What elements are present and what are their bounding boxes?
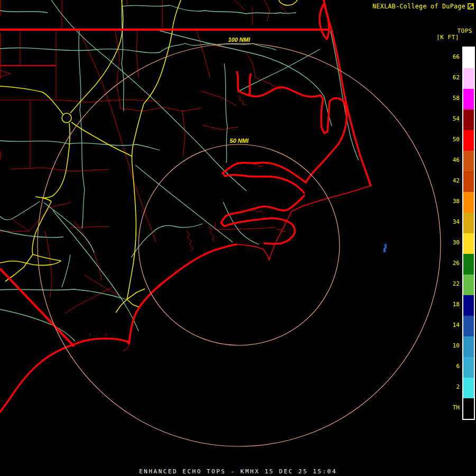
radar-echo bbox=[385, 244, 387, 249]
legend-title: TOPS bbox=[457, 28, 473, 34]
legend-units: [K FT] bbox=[436, 34, 459, 41]
radar-display: NEXLAB-College of DuPage TOPS [K FT] 666… bbox=[0, 0, 476, 476]
range-ring-label-50nmi: 50 NMI bbox=[230, 138, 248, 144]
color-scale-swatch bbox=[463, 398, 474, 419]
color-scale-tick-label: 62 bbox=[447, 67, 460, 88]
range-ring-label-100nmi: 100 NMI bbox=[228, 36, 250, 43]
color-scale-swatch bbox=[463, 233, 474, 254]
color-scale-swatch bbox=[463, 68, 474, 89]
color-scale-swatch bbox=[463, 357, 474, 378]
interstate-roads-layer bbox=[0, 0, 297, 313]
color-scale-swatch bbox=[463, 130, 474, 151]
echo-tops-color-scale: 66625854504642383430262218141062TH bbox=[447, 47, 475, 420]
color-scale-tick-label: 30 bbox=[447, 232, 460, 253]
color-scale-tick-label: 38 bbox=[447, 191, 460, 212]
color-scale-swatch bbox=[463, 171, 474, 192]
color-scale-swatch bbox=[463, 254, 474, 274]
color-scale-swatch bbox=[463, 89, 474, 109]
color-scale-tick-label: 34 bbox=[447, 212, 460, 232]
primary-roads-layer bbox=[0, 0, 359, 341]
color-scale-swatch bbox=[463, 109, 474, 130]
color-scale-tick-label: 54 bbox=[447, 108, 460, 129]
color-scale-tick-label: 46 bbox=[447, 150, 460, 170]
college-of-dupage-logo-icon bbox=[468, 3, 474, 10]
radar-echo bbox=[383, 248, 386, 252]
color-scale-swatch bbox=[463, 192, 474, 213]
color-scale-swatch bbox=[463, 151, 474, 171]
color-scale-tick-label: 66 bbox=[447, 47, 460, 67]
color-scale-swatch bbox=[463, 316, 474, 336]
color-scale-tick-label: 2 bbox=[447, 377, 460, 397]
color-scale-swatch bbox=[463, 274, 474, 295]
color-scale-bar bbox=[462, 47, 475, 420]
color-scale-tick-label: 14 bbox=[447, 315, 460, 335]
color-scale-tick-label: 22 bbox=[447, 273, 460, 294]
color-scale-tick-label: 18 bbox=[447, 294, 460, 315]
brand-text: NEXLAB-College of DuPage bbox=[372, 3, 465, 10]
color-scale-swatch bbox=[463, 336, 474, 357]
color-scale-tick-label: 42 bbox=[447, 170, 460, 191]
color-scale-tick-label: 10 bbox=[447, 335, 460, 356]
color-scale-tick-label: 6 bbox=[447, 356, 460, 377]
color-scale-tick-label: TH bbox=[447, 397, 460, 418]
color-scale-swatch bbox=[463, 48, 474, 68]
color-scale-swatch bbox=[463, 213, 474, 233]
brand: NEXLAB-College of DuPage bbox=[372, 3, 474, 10]
radar-map-canvas bbox=[0, 0, 476, 476]
color-scale-tick-label: 26 bbox=[447, 253, 460, 273]
state-border-layer bbox=[0, 30, 329, 346]
radar-echo-layer bbox=[383, 244, 387, 252]
color-scale-swatch bbox=[463, 295, 474, 316]
color-scale-tick-label: 58 bbox=[447, 88, 460, 108]
product-status-text: ENHANCED ECHO TOPS - KMHX 15 DEC 25 15:0… bbox=[0, 468, 476, 475]
color-scale-labels: 66625854504642383430262218141062TH bbox=[447, 47, 460, 418]
color-scale-tick-label: 50 bbox=[447, 129, 460, 150]
color-scale-swatch bbox=[463, 378, 474, 398]
